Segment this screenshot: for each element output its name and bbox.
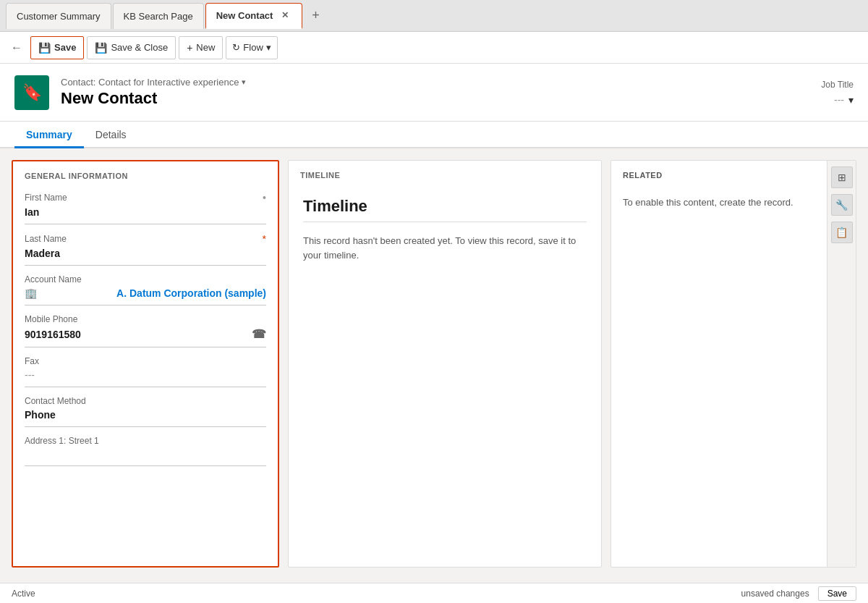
new-icon: + [187,42,192,54]
job-title-label: Job Title [821,80,854,90]
save-icon: 💾 [38,42,51,54]
timeline-empty-text: This record hasn't been created yet. To … [289,222,601,274]
flow-icon: ↻ [232,42,240,53]
avatar: 🔖 [14,75,49,110]
mobile-phone-value[interactable]: 9019161580 ☎ [25,327,266,347]
tab-label: Customer Summary [17,11,101,22]
related-header: RELATED [611,161,856,185]
field-last-name: Last Name * Madera [13,227,278,266]
account-link-icon: 🏢 [25,287,37,299]
back-button[interactable]: ← [6,37,27,59]
last-name-label: Last Name [25,234,67,244]
last-name-required: * [263,233,266,245]
timeline-panel: TIMELINE Timeline This record hasn't bee… [288,160,602,568]
field-first-name: First Name • Ian [13,186,278,224]
general-information-panel: GENERAL INFORMATION First Name • Ian Las… [12,160,279,568]
tab-summary[interactable]: Summary [14,122,84,148]
flow-chevron-icon: ▾ [266,42,271,53]
tab-add-button[interactable]: + [304,4,327,28]
status-save-button[interactable]: Save [818,586,856,601]
related-panel: RELATED To enable this content, create t… [610,160,856,568]
related-sidebar-btn-2[interactable]: 🔧 [831,194,853,216]
record-entity[interactable]: Contact: Contact for Interactive experie… [61,77,821,88]
account-name-label: Account Name [25,274,82,284]
fax-label: Fax [25,356,39,366]
tab-label: New Contact [216,10,273,21]
first-name-value[interactable]: Ian [25,206,266,224]
toolbar: ← 💾 Save 💾 Save & Close + New ↻ Flow ▾ [0,32,868,64]
contact-method-label: Contact Method [25,396,86,406]
address-street-value[interactable] [25,449,266,466]
save-button[interactable]: 💾 Save [30,36,84,59]
record-info: Contact: Contact for Interactive experie… [61,77,821,108]
first-name-label: First Name [25,193,67,203]
save-close-button[interactable]: 💾 Save & Close [87,36,176,59]
first-name-dot: • [263,192,266,203]
tabs-nav: Summary Details [0,122,868,148]
field-account-name: Account Name 🏢 A. Datum Corporation (sam… [13,269,278,305]
status-right: unsaved changes Save [741,586,856,601]
tab-bar: Customer Summary KB Search Page New Cont… [0,0,868,32]
field-contact-method: Contact Method Phone [13,390,278,427]
status-bar: Active unsaved changes Save [0,583,868,603]
general-info-header: GENERAL INFORMATION [13,161,278,186]
field-address-street: Address 1: Street 1 [13,430,278,466]
timeline-header: TIMELINE [289,161,601,185]
tab-customer-summary[interactable]: Customer Summary [6,3,111,29]
related-sidebar-btn-1[interactable]: ⊞ [831,166,853,188]
timeline-title: Timeline [289,185,601,222]
field-fax: Fax --- [13,350,278,387]
contact-method-value[interactable]: Phone [25,409,266,427]
record-header: 🔖 Contact: Contact for Interactive exper… [0,64,868,122]
unsaved-changes: unsaved changes [741,589,809,599]
address-street-label: Address 1: Street 1 [25,436,99,446]
flow-button[interactable]: ↻ Flow ▾ [226,36,277,59]
job-title-chevron-icon[interactable]: ▾ [848,94,854,106]
new-button[interactable]: + New [179,36,223,59]
tab-details[interactable]: Details [84,122,138,148]
tab-new-contact[interactable]: New Contact ✕ [205,3,303,29]
job-title-value: --- ▾ [834,94,854,106]
save-close-icon: 💾 [95,42,107,54]
fax-value[interactable]: --- [25,369,266,387]
avatar-icon: 🔖 [22,83,42,102]
status-label: Active [12,589,35,599]
last-name-value[interactable]: Madera [25,248,266,266]
related-content: To enable this content, create the recor… [611,185,856,219]
record-right: Job Title --- ▾ [821,80,854,106]
phone-icon: ☎ [252,327,266,341]
tab-close-icon[interactable]: ✕ [278,9,292,22]
tab-kb-search[interactable]: KB Search Page [113,3,204,29]
record-title: New Contact [61,89,821,108]
related-sidebar: ⊞ 🔧 📋 [827,161,856,567]
tab-label: KB Search Page [124,11,193,22]
mobile-phone-label: Mobile Phone [25,314,77,324]
field-mobile-phone: Mobile Phone 9019161580 ☎ [13,308,278,347]
account-name-value[interactable]: 🏢 A. Datum Corporation (sample) [25,287,266,305]
related-sidebar-btn-3[interactable]: 📋 [831,222,853,243]
entity-chevron-icon: ▾ [242,77,246,87]
content-area: GENERAL INFORMATION First Name • Ian Las… [0,148,868,579]
